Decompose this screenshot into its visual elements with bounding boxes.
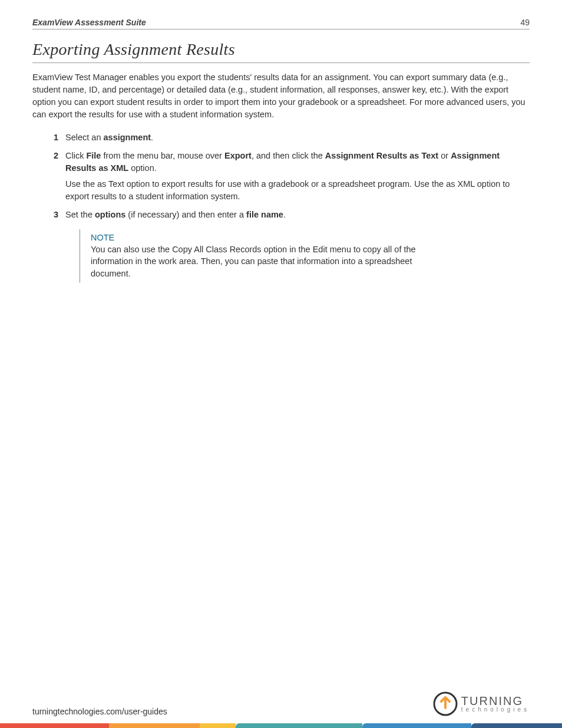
step-number: 1 — [50, 131, 58, 144]
note-body: You can also use the Copy All Class Reco… — [91, 243, 446, 279]
step-body: Click File from the menu bar, mouse over… — [65, 150, 530, 203]
company-logo: TURNING technologies — [433, 691, 530, 716]
step-bold: file name — [246, 210, 283, 219]
step-bold: assignment — [104, 133, 151, 142]
step-text: , and then click the — [252, 151, 325, 160]
step-text: . — [151, 133, 153, 142]
step-text: from the menu bar, mouse over — [101, 151, 224, 160]
step-body: Set the options (if necessary) and then … — [65, 209, 530, 221]
step-item: 2 Click File from the menu bar, mouse ov… — [50, 150, 530, 203]
footer-color-bar — [0, 723, 562, 728]
step-bold: Assignment Results as Text — [325, 151, 438, 160]
page-footer: turningtechnologies.com/user-guides TURN… — [0, 691, 562, 728]
step-bold: Export — [224, 151, 252, 160]
document-title: ExamView Assessment Suite — [32, 18, 146, 27]
intro-paragraph: ExamView Test Manager enables you export… — [32, 71, 530, 121]
page-header: ExamView Assessment Suite 49 — [32, 18, 530, 29]
steps-list: 1 Select an assignment. 2 Click File fro… — [50, 131, 530, 221]
logo-sub-text: technologies — [461, 707, 530, 713]
step-text: or — [438, 151, 451, 160]
step-bold: options — [95, 210, 125, 219]
step-text: (if necessary) and then enter a — [125, 210, 246, 219]
step-number: 2 — [50, 150, 58, 203]
step-number: 3 — [50, 209, 58, 221]
step-extra-text: Use the as Text option to export results… — [65, 178, 530, 203]
step-body: Select an assignment. — [65, 131, 530, 144]
footer-url: turningtechnologies.com/user-guides — [32, 707, 167, 716]
step-text: Select an — [65, 133, 104, 142]
note-callout: NOTE You can also use the Copy All Class… — [80, 229, 457, 283]
step-item: 3 Set the options (if necessary) and the… — [50, 209, 530, 221]
step-bold: File — [86, 151, 101, 160]
logo-icon — [433, 691, 458, 716]
note-title: NOTE — [91, 233, 446, 242]
step-text: option. — [128, 163, 157, 173]
section-heading: Exporting Assignment Results — [32, 40, 530, 63]
step-text: . — [283, 210, 286, 219]
logo-main-text: TURNING — [461, 695, 530, 707]
step-text: Click — [65, 151, 86, 160]
step-text: Set the — [65, 210, 95, 219]
step-item: 1 Select an assignment. — [50, 131, 530, 144]
page-number: 49 — [520, 18, 530, 27]
